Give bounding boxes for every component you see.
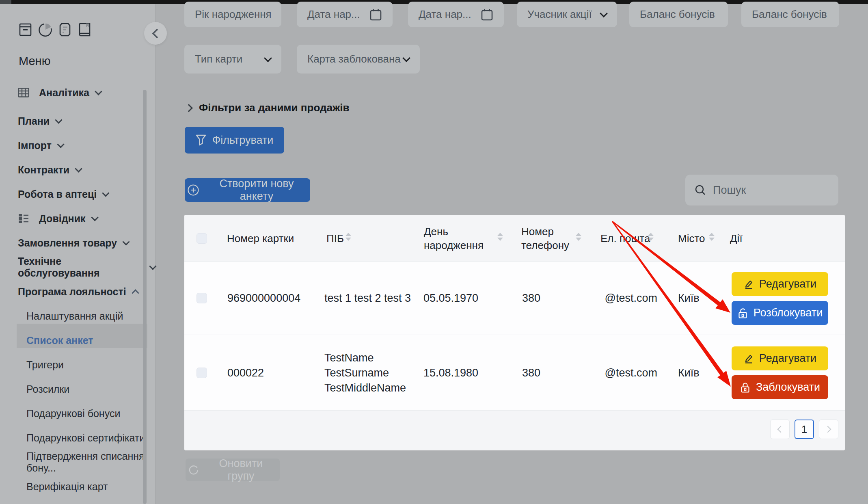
sidebar-quick-icons	[19, 22, 91, 37]
column-header-card: Номер картки	[227, 232, 294, 245]
sort-name-control[interactable]	[345, 233, 351, 241]
cell-card-number: 969000000004	[227, 292, 300, 304]
sidebar-subitem-label: Подарункові бонуси	[26, 408, 120, 420]
pie-chart-icon[interactable]	[39, 22, 52, 37]
sidebar-subitem-label: Налаштування акцій	[26, 310, 123, 322]
pagination-next-button[interactable]	[819, 420, 838, 439]
pagination-prev-button[interactable]	[770, 420, 790, 439]
sidebar-subitem-label: Верифікація карт	[26, 481, 108, 493]
table-row: 969000000004 test 1 test 2 test 3 05.05.…	[184, 262, 845, 335]
filter-card-type-select[interactable]: Тип карти	[184, 45, 281, 74]
search-box[interactable]	[685, 175, 838, 205]
plus-circle-icon	[187, 184, 199, 196]
pagination-page-1[interactable]: 1	[795, 420, 814, 439]
sort-phone-control[interactable]	[576, 233, 581, 241]
sidebar-subitem-gift-certificates[interactable]: Подарункові сертифікати	[0, 429, 155, 447]
cell-name: TestName TestSurname TestMiddleName	[324, 350, 406, 396]
filter-button-label: Фільтрувати	[212, 134, 274, 147]
sidebar-item-maintenance[interactable]: Технічне обслуговування	[0, 258, 155, 276]
chevron-down-icon	[91, 214, 98, 221]
sidebar-item-analytics[interactable]: Аналітика	[0, 84, 155, 102]
sidebar-item-label: Програма лояльності	[18, 286, 126, 298]
cell-dob: 15.08.1980	[423, 367, 478, 379]
select-all-checkbox[interactable]	[196, 233, 207, 244]
column-header-city: Місто	[678, 232, 705, 245]
filter-promo-member-select[interactable]: Учасник акції	[517, 2, 617, 27]
chevron-down-icon	[264, 54, 272, 62]
sidebar-item-plans[interactable]: Плани	[0, 112, 155, 130]
sidebar-subitem-questionnaire-list[interactable]: Список анкет	[0, 331, 155, 349]
edit-button[interactable]: Редагувати	[732, 272, 828, 296]
sidebar-item-directory[interactable]: Довідник	[0, 210, 155, 227]
filter-button[interactable]: Фільтрувати	[185, 127, 284, 154]
filter-birth-date-to[interactable]: Дата нар...	[408, 2, 504, 27]
cell-name: test 1 test 2 test 3	[324, 292, 411, 304]
sidebar-item-pharmacy-work[interactable]: Робота в аптеці	[0, 185, 155, 203]
sidebar-scrollbar[interactable]	[143, 90, 147, 504]
search-input[interactable]	[712, 184, 857, 197]
unblock-button-label: Розблокувати	[754, 307, 823, 319]
sort-email-control[interactable]	[648, 233, 654, 241]
lock-icon	[740, 382, 751, 393]
sidebar-collapse-button[interactable]	[144, 22, 167, 45]
sidebar-subitem-mailings[interactable]: Розсилки	[0, 380, 155, 398]
row-checkbox[interactable]	[196, 368, 207, 378]
sidebar-subitem-card-verification[interactable]: Верифікація карт	[0, 478, 155, 495]
sidebar-item-label: Довідник	[39, 213, 86, 225]
sidebar-subitem-label: Тригери	[26, 359, 64, 371]
table-header: Номер картки ПІБ День народження Номер т…	[184, 215, 845, 262]
top-edge-corner	[0, 0, 11, 4]
document-icon[interactable]	[59, 22, 71, 37]
column-header-dob: День народження	[424, 225, 493, 252]
create-questionnaire-button[interactable]: Створити нову анкету	[185, 178, 310, 202]
row-checkbox[interactable]	[196, 293, 207, 303]
book-icon[interactable]	[78, 22, 91, 37]
questionnaire-table: Номер картки ПІБ День народження Номер т…	[184, 215, 845, 450]
filter-balance-to-input[interactable]	[741, 2, 839, 27]
sidebar-title: Меню	[19, 54, 50, 68]
sidebar-item-contracts[interactable]: Контракти	[0, 161, 155, 179]
sidebar-item-import[interactable]: Імпорт	[0, 136, 155, 154]
sidebar-item-goods-order[interactable]: Замовлення товару	[0, 234, 155, 252]
cell-email: @test.com	[600, 292, 657, 304]
sidebar-item-label: Аналітика	[39, 87, 89, 99]
chevron-down-icon	[57, 141, 64, 148]
calendar-icon	[369, 8, 382, 22]
sidebar-subitem-label: Список анкет	[26, 335, 93, 346]
cell-dob: 05.05.1970	[423, 292, 478, 304]
edit-button-label: Редагувати	[759, 278, 816, 290]
column-header-email: Ел. пошта	[600, 232, 650, 245]
filter-birth-date-from[interactable]: Дата нар...	[297, 2, 393, 27]
sort-dob-control[interactable]	[497, 233, 503, 241]
block-button[interactable]: Заблокувати	[732, 375, 828, 399]
date-to-placeholder: Дата нар...	[419, 8, 471, 21]
table-footer: 1	[184, 410, 845, 450]
sidebar-subitem-label: Підтвердження списання бону...	[26, 450, 155, 474]
page: Меню Аналітика Плани Імпорт Контракти Ро…	[0, 0, 868, 504]
filter-birth-year-input[interactable]	[184, 2, 281, 27]
balance-from-field[interactable]	[640, 8, 717, 21]
chevron-left-icon	[152, 28, 162, 38]
promo-member-label: Учасник акції	[527, 8, 592, 21]
sidebar-subitem-gift-bonuses[interactable]: Подарункові бонуси	[0, 404, 155, 422]
birth-year-field[interactable]	[195, 8, 271, 21]
chevron-down-icon	[102, 189, 110, 197]
sidebar-subitem-bonus-writeoff-confirm[interactable]: Підтвердження списання бону...	[0, 453, 155, 471]
balance-to-field[interactable]	[752, 8, 829, 21]
column-header-phone: Номер телефону	[521, 225, 578, 252]
grid-icon	[18, 88, 29, 97]
sales-filters-expander[interactable]: Фільтри за даними продажів	[186, 102, 350, 114]
sidebar-item-loyalty-program[interactable]: Програма лояльності	[0, 283, 155, 301]
unblock-button[interactable]: Розблокувати	[732, 301, 828, 325]
edit-button[interactable]: Редагувати	[732, 346, 828, 370]
sidebar-subitem-label: Розсилки	[26, 383, 69, 395]
archive-icon[interactable]	[19, 22, 32, 37]
filter-card-blocked-select[interactable]: Карта заблокована	[297, 45, 420, 74]
update-group-button[interactable]: Оновити групу	[186, 459, 280, 481]
sidebar-subitem-triggers[interactable]: Тригери	[0, 356, 155, 374]
filter-balance-from-input[interactable]	[629, 2, 728, 27]
sidebar-item-label: Технічне обслуговування	[18, 255, 144, 279]
cell-card-number: 000022	[227, 367, 264, 379]
sidebar-subitem-promo-settings[interactable]: Налаштування акцій	[0, 307, 155, 325]
sort-city-control[interactable]	[709, 233, 715, 241]
